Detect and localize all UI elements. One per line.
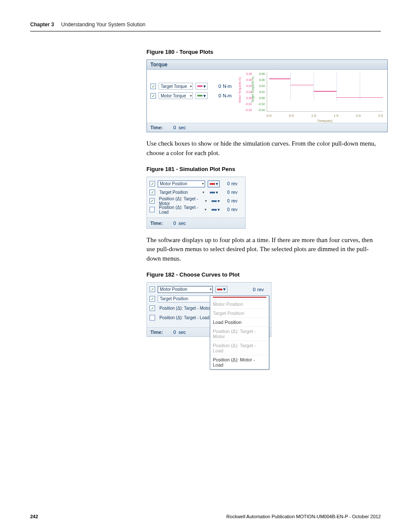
torque-panel-title: Torque — [147, 60, 387, 70]
plot-pen-row: ✓ Target Torque▾ ▾ 0N-m — [150, 83, 234, 90]
plot-select[interactable]: Motor Position▾ — [158, 286, 213, 293]
chevron-down-icon: ▾ — [223, 286, 226, 292]
chevron-down-icon: ▾ — [190, 84, 192, 88]
checkbox-target-torque[interactable]: ✓ — [150, 84, 156, 89]
chevron-down-icon: ▾ — [203, 93, 206, 99]
plot-pen-row: ✓Target Position▾▾0rev — [149, 189, 243, 196]
plot-select-target-torque[interactable]: Target Torque▾ — [159, 83, 193, 90]
value: 0 — [224, 190, 230, 195]
color-select[interactable]: ▾ — [215, 286, 227, 293]
chevron-down-icon: ▾ — [205, 199, 207, 203]
time-label: Time: — [150, 221, 163, 226]
value: 0 — [215, 84, 221, 89]
plot-select[interactable]: Target Position — [158, 296, 213, 302]
torque-chart: Motor Torque(N-m) Target Torque(N-m) 0.0… — [237, 70, 387, 123]
checkbox[interactable]: ✓ — [149, 305, 155, 311]
plot-pen-row: ✓Motor Position▾▾0rev — [149, 180, 243, 187]
plot-select[interactable]: Position (Δ): Target - Load▾ — [157, 206, 207, 213]
plot-area — [267, 72, 383, 112]
y2-ticks: 0.080.060.040.020.00-0.02-0.04 — [253, 72, 265, 112]
choose-curves-panel: ✓ Motor Position▾ ▾ 0rev ✓ Target Positi… — [146, 282, 271, 337]
color-select[interactable]: ▾ — [210, 206, 221, 213]
unit: N-m — [223, 93, 234, 98]
x-ticks: 0.00.51.01.52.02.5 — [267, 114, 383, 118]
chapter-title: Understanding Your System Solution — [61, 22, 145, 28]
unit: N-m — [223, 84, 234, 89]
unit: rev — [257, 287, 268, 292]
simulation-pens-panel: ✓Motor Position▾▾0rev✓Target Position▾▾0… — [146, 177, 246, 229]
value: 0 — [215, 93, 221, 98]
page-number: 242 — [30, 514, 38, 519]
plot-pen-row: ✓Position (Δ): Target - Motor▾▾0rev — [149, 198, 243, 205]
checkbox[interactable]: ✓ — [149, 181, 155, 187]
body-paragraph-1: Use check boxes to show or hide the simu… — [146, 139, 377, 158]
plot-pen-row: ✓ Motor Torque▾ ▾ 0N-m — [150, 92, 234, 99]
menu-option[interactable]: Target Position — [210, 308, 269, 317]
header-rule — [30, 31, 381, 31]
x-axis-label: Time(sec) — [267, 119, 383, 123]
plot-select[interactable]: Position (Δ): Target - Motor▾ — [157, 198, 208, 205]
chevron-down-icon: ▾ — [202, 190, 204, 194]
plot-select[interactable]: Motor Position▾ — [158, 180, 205, 187]
unit: rev — [231, 207, 243, 212]
checkbox[interactable]: ✓ — [149, 190, 155, 195]
unit: rev — [231, 199, 243, 203]
chevron-down-icon: ▾ — [210, 287, 212, 291]
chevron-down-icon: ▾ — [190, 94, 192, 98]
chevron-down-icon: ▾ — [218, 199, 220, 203]
figure-180-caption: Figure 180 - Torque Plots — [146, 49, 377, 55]
time-label: Time: — [150, 330, 163, 335]
plot-pen-row: ✓Position (Δ): Target - Load▾▾0rev — [149, 206, 243, 213]
checkbox[interactable]: ✓ — [149, 207, 155, 212]
plot-pen-row: ✓ Motor Position▾ ▾ 0rev — [149, 286, 268, 293]
line-sample-icon — [213, 297, 266, 298]
unit: rev — [231, 181, 243, 186]
menu-option[interactable]: Load Position — [210, 317, 269, 327]
torque-panel: Torque ✓ Target Torque▾ ▾ 0N-m ✓ Motor T… — [146, 59, 388, 132]
unit: rev — [231, 190, 243, 195]
menu-option[interactable]: Position (Δ): Target - Motor — [210, 327, 269, 341]
value: 0 — [249, 287, 255, 292]
checkbox[interactable]: ✓ — [149, 315, 155, 320]
checkbox[interactable]: ✓ — [149, 198, 155, 204]
chevron-down-icon: ▾ — [216, 190, 218, 195]
color-select[interactable]: ▾ — [210, 198, 221, 205]
publication-id: Rockwell Automation Publication MOTION-U… — [226, 514, 381, 519]
value: 0 — [224, 207, 230, 212]
checkbox[interactable]: ✓ — [149, 296, 155, 302]
chevron-down-icon: ▾ — [216, 181, 218, 186]
plot-select[interactable]: Position (Δ): Target - Load — [158, 314, 213, 321]
checkbox[interactable]: ✓ — [149, 286, 155, 292]
menu-option[interactable]: Motor Position — [210, 299, 269, 308]
running-header: Chapter 3 Understanding Your System Solu… — [30, 22, 381, 28]
menu-option[interactable]: Position (Δ): Motor - Load — [210, 355, 269, 369]
plot-select-menu[interactable]: Motor PositionTarget PositionLoad Positi… — [210, 296, 269, 370]
plot-select-motor-torque[interactable]: Motor Torque▾ — [159, 92, 193, 99]
time-label: Time: — [150, 125, 163, 130]
plot-select[interactable]: Target Position▾ — [158, 189, 205, 196]
color-select[interactable]: ▾ — [208, 189, 220, 196]
chapter-label: Chapter 3 — [30, 22, 54, 28]
plot-select[interactable]: Position (Δ): Target - Motor — [158, 305, 213, 312]
value: 0 — [224, 199, 230, 203]
checkbox-motor-torque[interactable]: ✓ — [150, 93, 156, 99]
figure-182-caption: Figure 182 - Choose Curves to Plot — [146, 271, 377, 278]
color-select-motor-torque[interactable]: ▾ — [196, 92, 208, 99]
value: 0 — [224, 181, 230, 186]
time-bar: Time: 0 sec — [147, 218, 245, 228]
chevron-down-icon: ▾ — [218, 207, 220, 212]
menu-option[interactable]: Position (Δ): Target - Load — [210, 341, 269, 355]
y1-ticks: 0.080.060.040.020.00-0.02-0.04 — [240, 72, 252, 112]
color-select-target-torque[interactable]: ▾ — [196, 83, 208, 90]
chevron-down-icon: ▾ — [203, 84, 206, 89]
chevron-down-icon: ▾ — [205, 208, 206, 212]
body-paragraph-2: The software displays up to four plots a… — [146, 236, 377, 264]
page-footer: 242 Rockwell Automation Publication MOTI… — [30, 514, 381, 519]
figure-181-caption: Figure 181 - Simulation Plot Pens — [146, 166, 377, 172]
chevron-down-icon: ▾ — [202, 182, 204, 186]
time-bar: Time: 0 sec — [147, 123, 387, 132]
color-select[interactable]: ▾ — [208, 180, 220, 187]
